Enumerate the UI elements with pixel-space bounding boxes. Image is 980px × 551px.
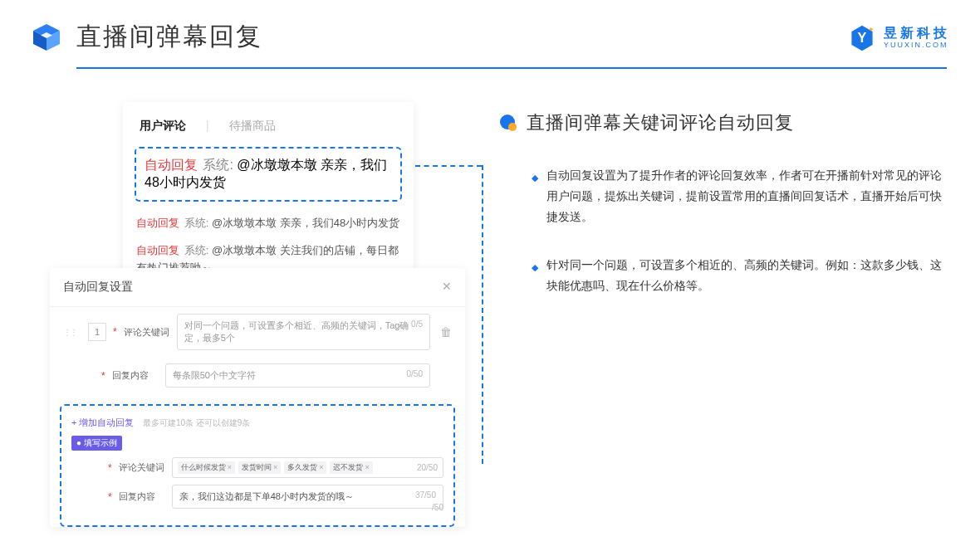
- diamond-icon: ◆: [532, 260, 538, 296]
- reply-label: 回复内容: [112, 369, 159, 382]
- highlighted-comment: 自动回复 系统: @冰墩墩本墩 亲亲，我们48小时内发货: [135, 147, 402, 202]
- system-label: 系统:: [184, 217, 209, 229]
- example-reply-label: 回复内容: [119, 490, 165, 503]
- char-counter: 0/50: [407, 369, 423, 382]
- add-auto-reply-link[interactable]: + 增加自动回复: [71, 417, 134, 427]
- auto-reply-badge: 自动回复: [145, 158, 198, 172]
- brand-name-en: YUUXIN.COM: [884, 40, 950, 51]
- svg-point-7: [508, 123, 517, 131]
- connector-line: [415, 165, 482, 167]
- bullet-text: 针对同一个问题，可设置多个相近的、高频的关键词。例如：这款多少钱、这块能优惠吗、…: [546, 255, 950, 296]
- brand-logo: Y 昱新科技 YUUXIN.COM: [847, 23, 950, 53]
- auto-reply-badge: 自动回复: [136, 244, 179, 256]
- settings-panel: 自动回复设置 ✕ ⋮⋮ 1 * 评论关键词 对同一个问题，可设置多个相近、高频的…: [50, 268, 465, 527]
- keyword-label: 评论关键词: [124, 326, 170, 339]
- keyword-tag[interactable]: 多久发货×: [284, 461, 326, 474]
- brand-icon: Y: [847, 23, 877, 53]
- auto-reply-badge: 自动回复: [136, 217, 179, 229]
- comments-panel: 用户评论 | 待播商品 自动回复 系统: @冰墩墩本墩 亲亲，我们48小时内发货…: [123, 102, 414, 293]
- brand-name-cn: 昱新科技: [884, 27, 950, 40]
- cube-icon: [30, 21, 63, 54]
- reply-input[interactable]: 每条限50个中文字符 0/50: [165, 363, 430, 388]
- example-reply-input[interactable]: 亲，我们这边都是下单48小时内发货的哦～ 37/50: [172, 485, 443, 509]
- example-keyword-label: 评论关键词: [119, 461, 165, 474]
- bubble-icon: [498, 113, 518, 133]
- required-star: *: [108, 491, 112, 503]
- required-star: *: [108, 462, 112, 474]
- keyword-tag[interactable]: 发货时间×: [238, 461, 281, 474]
- trash-icon[interactable]: 🗑: [440, 325, 452, 339]
- char-counter: /50: [432, 503, 443, 512]
- comment-text: @冰墩墩本墩 亲亲，我们48小时内发货: [212, 217, 399, 229]
- example-badge: ● 填写示例: [71, 436, 122, 451]
- required-star: *: [101, 370, 105, 382]
- keyword-tag[interactable]: 迟不发货×: [330, 461, 372, 474]
- drag-handle-icon[interactable]: ⋮⋮: [63, 328, 76, 337]
- example-keyword-input[interactable]: 什么时候发货× 发货时间× 多久发货× 迟不发货× 20/50: [172, 457, 443, 478]
- char-counter: 0/5: [411, 319, 423, 344]
- example-section: + 增加自动回复 最多可建10条 还可以创建9条 ● 填写示例 * 评论关键词 …: [60, 404, 455, 527]
- connector-line: [482, 165, 483, 464]
- tab-pending-products[interactable]: 待播商品: [229, 119, 276, 134]
- bullet-text: 自动回复设置为了提升作者的评论回复效率，作者可在开播前针对常见的评论用户问题，提…: [546, 165, 950, 228]
- row-number: 1: [88, 323, 106, 341]
- char-counter: 37/50: [415, 490, 436, 503]
- comment-line: 自动回复 系统: @冰墩墩本墩 亲亲，我们48小时内发货: [123, 210, 414, 237]
- bullet-point: ◆ 针对同一个问题，可设置多个相近的、高频的关键词。例如：这款多少钱、这块能优惠…: [498, 248, 950, 316]
- example-reply-text: 亲，我们这边都是下单48小时内发货的哦～: [179, 490, 354, 503]
- system-label: 系统:: [184, 244, 209, 256]
- settings-title: 自动回复设置: [63, 280, 133, 295]
- diamond-icon: ◆: [532, 170, 538, 228]
- required-star: *: [113, 326, 117, 338]
- add-hint: 最多可建10条 还可以创建9条: [143, 418, 250, 427]
- char-counter: 20/50: [417, 463, 438, 472]
- system-label: 系统:: [203, 158, 233, 172]
- svg-text:Y: Y: [858, 30, 867, 45]
- page-title: 直播间弹幕回复: [76, 20, 262, 54]
- close-icon[interactable]: ✕: [442, 280, 452, 295]
- tab-user-comments[interactable]: 用户评论: [140, 119, 186, 134]
- tab-separator: |: [206, 119, 209, 134]
- keyword-tag[interactable]: 什么时候发货×: [178, 461, 235, 474]
- keyword-input[interactable]: 对同一个问题，可设置多个相近、高频的关键词，Tag确定，最多5个 0/5: [177, 314, 430, 350]
- svg-point-5: [870, 27, 873, 31]
- placeholder-text: 每条限50个中文字符: [173, 369, 256, 382]
- bullet-point: ◆ 自动回复设置为了提升作者的评论回复效率，作者可在开播前针对常见的评论用户问题…: [498, 158, 950, 248]
- placeholder-text: 对同一个问题，可设置多个相近、高频的关键词，Tag确定，最多5个: [184, 319, 411, 344]
- section-title: 直播间弹幕关键词评论自动回复: [527, 110, 794, 135]
- page-header: 直播间弹幕回复: [0, 0, 980, 54]
